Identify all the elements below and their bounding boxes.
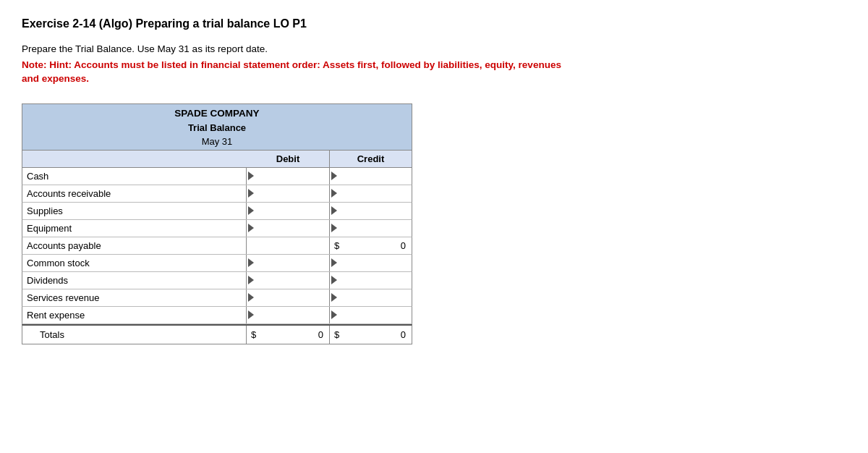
debit-input[interactable]: [257, 258, 328, 268]
table-row: Dividends: [22, 272, 412, 289]
credit-cell: [330, 272, 412, 289]
debit-cell: [247, 203, 330, 219]
totals-credit-cell: $ 0: [330, 326, 412, 344]
credit-input[interactable]: [340, 292, 410, 303]
debit-arrow-icon: [248, 172, 254, 180]
credit-cell: $0: [330, 237, 412, 254]
credit-cell: [330, 255, 412, 271]
debit-cell: [247, 272, 330, 289]
debit-arrow-icon: [248, 310, 254, 319]
credit-arrow-icon: [331, 189, 337, 198]
credit-input[interactable]: [340, 310, 410, 321]
instructions: Prepare the Trial Balance. Use May 31 as…: [22, 43, 846, 54]
credit-cell: [330, 203, 412, 219]
account-name-cell: Cash: [22, 168, 247, 185]
credit-input[interactable]: [339, 240, 399, 251]
table-row: Accounts receivable: [22, 185, 412, 203]
debit-cell: [247, 255, 330, 271]
credit-input[interactable]: [340, 275, 410, 286]
debit-input[interactable]: [257, 188, 328, 199]
page-title: Exercise 2-14 (Algo) Preparing a trial b…: [22, 17, 846, 30]
totals-debit-dollar: $: [248, 329, 256, 340]
debit-cell: [247, 220, 330, 237]
note: Note: Hint: Accounts must be listed in f…: [22, 59, 571, 86]
column-headers: Debit Credit: [22, 151, 412, 167]
totals-row: Totals $ 0 $ 0: [22, 324, 412, 344]
account-name-cell: Rent expense: [22, 307, 247, 323]
account-name-cell: Common stock: [22, 255, 247, 271]
table-body: CashAccounts receivableSuppliesEquipment…: [22, 167, 412, 324]
table-row: Services revenue: [22, 289, 412, 307]
totals-debit-input[interactable]: [256, 329, 317, 340]
credit-input[interactable]: [340, 223, 410, 234]
debit-input[interactable]: [257, 223, 328, 234]
credit-arrow-icon: [331, 172, 337, 180]
credit-arrow-icon: [331, 258, 337, 267]
debit-input[interactable]: [257, 171, 328, 182]
credit-input[interactable]: [340, 258, 410, 268]
debit-arrow-icon: [248, 258, 254, 267]
credit-column-header: Credit: [330, 151, 412, 167]
credit-cell: [330, 289, 412, 306]
totals-debit-zero: 0: [317, 329, 328, 340]
debit-arrow-icon: [248, 276, 254, 284]
debit-arrow-icon: [248, 189, 254, 198]
company-date: May 31: [22, 135, 412, 151]
credit-cell: [330, 185, 412, 202]
account-name-cell: Accounts payable: [22, 237, 247, 254]
totals-credit-zero: 0: [399, 329, 410, 340]
account-name-cell: Equipment: [22, 220, 247, 237]
credit-input[interactable]: [340, 171, 410, 182]
debit-input[interactable]: [257, 292, 328, 303]
credit-cell: [330, 168, 412, 185]
table-wrapper: SPADE COMPANY Trial Balance May 31 Debit…: [22, 103, 412, 344]
debit-cell: [247, 237, 330, 254]
credit-arrow-icon: [331, 293, 337, 302]
table-row: Supplies: [22, 203, 412, 220]
debit-column-header: Debit: [247, 151, 330, 167]
debit-input[interactable]: [257, 310, 328, 321]
credit-zero: 0: [399, 240, 410, 251]
table-row: Common stock: [22, 255, 412, 272]
company-subtitle: Trial Balance: [22, 121, 412, 135]
debit-arrow-icon: [248, 293, 254, 302]
table-row: Accounts payable$0: [22, 237, 412, 255]
credit-arrow-icon: [331, 276, 337, 284]
debit-input[interactable]: [257, 206, 328, 216]
totals-credit-dollar: $: [331, 329, 339, 340]
credit-cell: [330, 220, 412, 237]
debit-cell: [247, 168, 330, 185]
table-row: Equipment: [22, 220, 412, 237]
credit-input[interactable]: [340, 188, 410, 199]
table-row: Rent expense: [22, 307, 412, 324]
debit-input[interactable]: [257, 275, 328, 286]
account-name-cell: Accounts receivable: [22, 185, 247, 202]
debit-cell: [247, 185, 330, 202]
account-name-cell: Supplies: [22, 203, 247, 219]
credit-cell: [330, 307, 412, 323]
debit-cell: [247, 289, 330, 306]
totals-credit-input[interactable]: [339, 329, 399, 340]
debit-input[interactable]: [248, 240, 328, 251]
credit-dollar-sign: $: [331, 240, 339, 251]
account-name-cell: Dividends: [22, 272, 247, 289]
table-row: Cash: [22, 167, 412, 185]
totals-label: Totals: [22, 326, 247, 344]
credit-input[interactable]: [340, 206, 410, 216]
debit-arrow-icon: [248, 224, 254, 232]
credit-arrow-icon: [331, 224, 337, 232]
totals-debit-cell: $ 0: [247, 326, 330, 344]
account-name-cell: Services revenue: [22, 289, 247, 306]
credit-arrow-icon: [331, 310, 337, 319]
credit-arrow-icon: [331, 206, 337, 215]
debit-cell: [247, 307, 330, 323]
debit-arrow-icon: [248, 206, 254, 215]
company-name-header: SPADE COMPANY: [22, 103, 412, 121]
